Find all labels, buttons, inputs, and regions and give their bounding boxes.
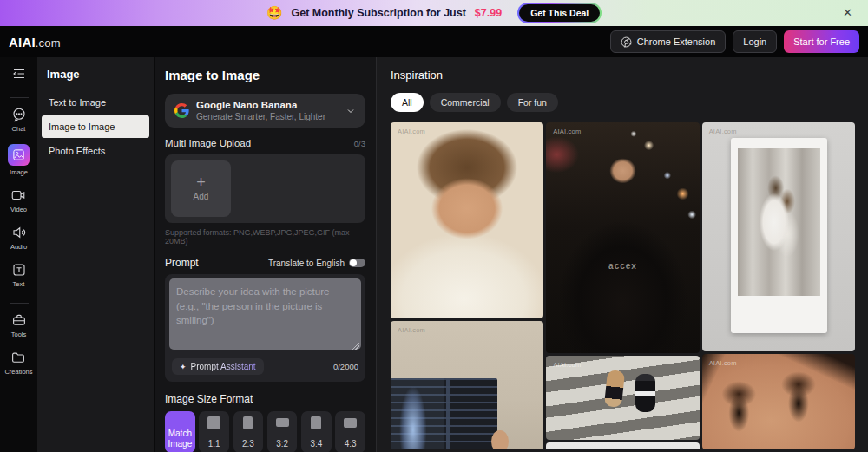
size-option-label: 3:2 [276,439,288,449]
grid-column: AIAI.com AIAI.com [702,122,855,449]
sidebar-collapse-button[interactable] [11,66,27,85]
icon-rail: Chat Image Video Audio Text [0,57,37,452]
app-logo[interactable]: AIAI.com [9,35,61,49]
inspiration-card-studio-monitor[interactable]: AIAI.com [391,321,543,449]
photo-polaroid-image [738,148,821,297]
photo-tshirt-text: accex [608,261,637,271]
start-free-button[interactable]: Start for Free [784,30,859,53]
text-icon [11,262,27,278]
model-name: Google Nano Banana [196,100,339,110]
login-label: Login [743,36,766,47]
close-icon[interactable]: ✕ [843,6,852,19]
logo-main: AIAI [9,35,36,49]
prompt-input[interactable] [169,278,361,350]
sidebar-item-image[interactable]: Image [8,144,30,176]
filter-commercial[interactable]: Commercial [430,93,501,112]
size-option-2-3[interactable]: 2:3 [233,411,264,452]
add-image-button[interactable]: + Add [171,160,231,217]
filter-all[interactable]: All [391,93,424,112]
inspiration-card-night-street[interactable]: AIAI.com accex [546,122,699,353]
char-counter: 0/2000 [333,362,358,371]
inspiration-card-boy-portrait[interactable]: AIAI.com [391,122,543,318]
video-camera-icon [10,187,26,203]
size-option-label: Match Image [165,429,195,449]
watermark: AIAI.com [398,326,425,334]
folder-icon [10,350,26,365]
sidebar-item-video[interactable]: Video [10,187,27,213]
promo-price: $7.99 [475,7,502,19]
image-nav-panel: Image Text to Image Image to Image Photo… [37,57,155,452]
size-option-match-image[interactable]: Match Image [165,411,195,452]
logo-suffix: .com [36,36,61,49]
image-to-image-form: Image to Image Google Nano Banana Genera… [155,57,377,452]
size-option-label: 3:4 [310,439,322,449]
photo-figure-woman [604,370,625,409]
inspiration-card-face-closeup[interactable]: AIAI.com [702,354,855,449]
nav-item-text-to-image[interactable]: Text to Image [42,91,149,114]
briefcase-icon [11,312,27,328]
sidebar-item-label: Audio [10,243,27,251]
login-button[interactable]: Login [733,30,777,53]
size-option-label: 1:1 [208,439,220,449]
sidebar-item-creations[interactable]: Creations [4,350,32,376]
sidebar-item-label: Chat [12,125,26,133]
ratio-4-3-icon [344,418,357,428]
size-option-4-3[interactable]: 4:3 [335,411,365,452]
sidebar-item-audio[interactable]: Audio [10,225,27,251]
prompt-label: Prompt [165,257,199,269]
upload-section-label: Multi Image Upload [165,138,251,148]
watermark: AIAI.com [553,128,581,135]
model-description: Generate Smarter, Faster, Lighter [196,112,339,121]
size-option-label: 2:3 [242,439,254,449]
chrome-icon [621,36,632,48]
chrome-extension-label: Chrome Extension [637,36,716,47]
inspiration-panel: Inspiration All Commercial For fun AIAI.… [377,57,868,452]
size-option-3-2[interactable]: 3:2 [267,411,298,452]
speaker-icon [11,225,27,240]
sidebar-item-chat[interactable]: Chat [11,107,27,133]
inspiration-grid: AIAI.com AIAI.com AIAI.com accex AIAI.co… [391,122,855,449]
prompt-assistant-label: Prompt Assistant [191,362,256,371]
sidebar-item-tools[interactable]: Tools [11,312,27,338]
start-free-label: Start for Free [793,36,850,47]
multi-image-upload-area: + Add [165,154,365,223]
toggle-knob [350,259,357,266]
promo-text: Get Monthly Subscription for Just [291,7,465,19]
filter-for-fun[interactable]: For fun [507,93,558,112]
grid-column: AIAI.com accex AIAI.com [546,122,699,449]
inspiration-card-polaroid-couple[interactable]: AIAI.com [702,122,855,351]
chevron-down-icon [345,106,356,116]
ratio-2-3-icon [243,416,253,429]
inspiration-card-partial[interactable] [546,442,699,449]
model-selector[interactable]: Google Nano Banana Generate Smarter, Fas… [165,94,365,128]
photo-figure-man [635,374,655,412]
rail-divider [10,303,29,304]
supported-formats-text: Supported formats: PNG,WEBP,JPG,JPEG,GIF… [165,228,365,246]
image-icon [8,144,30,166]
sidebar-item-text[interactable]: Text [11,262,27,288]
get-deal-button[interactable]: Get This Deal [517,3,602,23]
chrome-extension-button[interactable]: Chrome Extension [610,30,727,53]
size-option-3-4[interactable]: 3:4 [301,411,332,452]
sidebar-item-label: Image [10,168,28,176]
app-header: AIAI.com Chrome Extension Login Start fo… [0,26,868,57]
sparkle-icon: ✦ [180,363,187,371]
photo-person-head [491,430,508,449]
size-option-1-1[interactable]: 1:1 [199,411,229,452]
watermark: AIAI.com [553,361,581,369]
collapse-menu-icon [11,66,27,82]
prompt-assistant-button[interactable]: ✦ Prompt Assistant [172,358,264,375]
watermark: AIAI.com [398,128,425,135]
inspiration-title: Inspiration [391,69,855,82]
resize-handle-icon[interactable] [352,343,359,350]
nav-item-image-to-image[interactable]: Image to Image [42,115,149,138]
translate-toggle[interactable] [349,259,365,267]
rail-divider [10,97,29,98]
ratio-3-2-icon [276,418,289,427]
inspiration-card-crosswalk[interactable]: AIAI.com [546,356,699,440]
size-format-label: Image Size Format [165,393,365,405]
plus-icon: + [196,176,206,188]
nav-item-photo-effects[interactable]: Photo Effects [42,140,149,162]
size-option-label: 4:3 [345,439,357,449]
sidebar-item-label: Creations [4,368,32,376]
